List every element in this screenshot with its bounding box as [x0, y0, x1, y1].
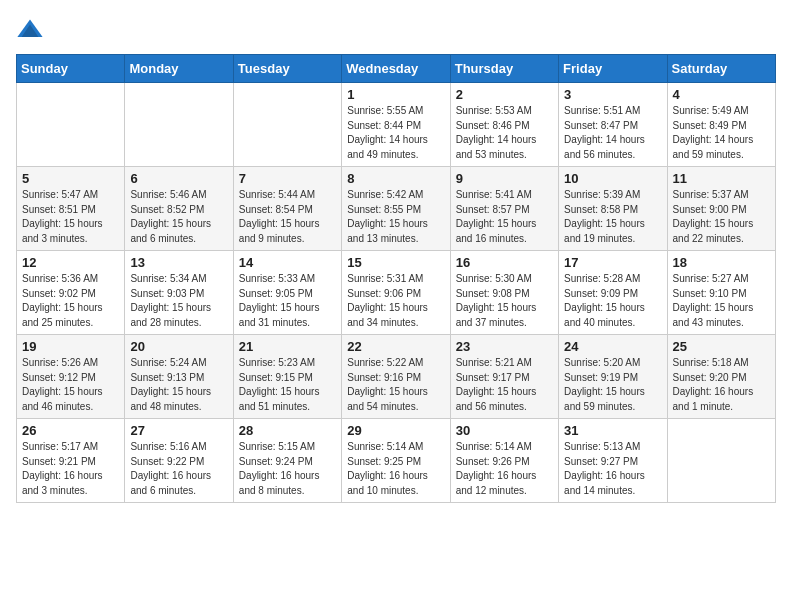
- day-number: 26: [22, 423, 119, 438]
- day-info: Sunrise: 5:24 AMSunset: 9:13 PMDaylight:…: [130, 356, 227, 414]
- day-info: Sunrise: 5:37 AMSunset: 9:00 PMDaylight:…: [673, 188, 770, 246]
- day-number: 18: [673, 255, 770, 270]
- day-info: Sunrise: 5:31 AMSunset: 9:06 PMDaylight:…: [347, 272, 444, 330]
- day-info: Sunrise: 5:46 AMSunset: 8:52 PMDaylight:…: [130, 188, 227, 246]
- day-number: 6: [130, 171, 227, 186]
- calendar-cell: 18Sunrise: 5:27 AMSunset: 9:10 PMDayligh…: [667, 251, 775, 335]
- day-number: 15: [347, 255, 444, 270]
- day-info: Sunrise: 5:17 AMSunset: 9:21 PMDaylight:…: [22, 440, 119, 498]
- day-info: Sunrise: 5:14 AMSunset: 9:26 PMDaylight:…: [456, 440, 553, 498]
- page-header: [16, 16, 776, 44]
- day-info: Sunrise: 5:14 AMSunset: 9:25 PMDaylight:…: [347, 440, 444, 498]
- day-info: Sunrise: 5:55 AMSunset: 8:44 PMDaylight:…: [347, 104, 444, 162]
- calendar-week-5: 26Sunrise: 5:17 AMSunset: 9:21 PMDayligh…: [17, 419, 776, 503]
- day-number: 4: [673, 87, 770, 102]
- day-number: 19: [22, 339, 119, 354]
- calendar-cell: 27Sunrise: 5:16 AMSunset: 9:22 PMDayligh…: [125, 419, 233, 503]
- logo-icon: [16, 16, 44, 44]
- day-info: Sunrise: 5:51 AMSunset: 8:47 PMDaylight:…: [564, 104, 661, 162]
- day-number: 2: [456, 87, 553, 102]
- calendar-week-3: 12Sunrise: 5:36 AMSunset: 9:02 PMDayligh…: [17, 251, 776, 335]
- calendar-cell: 31Sunrise: 5:13 AMSunset: 9:27 PMDayligh…: [559, 419, 667, 503]
- calendar-cell: [125, 83, 233, 167]
- calendar-cell: 1Sunrise: 5:55 AMSunset: 8:44 PMDaylight…: [342, 83, 450, 167]
- calendar-cell: 10Sunrise: 5:39 AMSunset: 8:58 PMDayligh…: [559, 167, 667, 251]
- calendar-cell: 19Sunrise: 5:26 AMSunset: 9:12 PMDayligh…: [17, 335, 125, 419]
- calendar-cell: 16Sunrise: 5:30 AMSunset: 9:08 PMDayligh…: [450, 251, 558, 335]
- calendar-cell: 29Sunrise: 5:14 AMSunset: 9:25 PMDayligh…: [342, 419, 450, 503]
- calendar-week-2: 5Sunrise: 5:47 AMSunset: 8:51 PMDaylight…: [17, 167, 776, 251]
- calendar-cell: [17, 83, 125, 167]
- day-info: Sunrise: 5:30 AMSunset: 9:08 PMDaylight:…: [456, 272, 553, 330]
- day-info: Sunrise: 5:34 AMSunset: 9:03 PMDaylight:…: [130, 272, 227, 330]
- calendar-cell: 24Sunrise: 5:20 AMSunset: 9:19 PMDayligh…: [559, 335, 667, 419]
- calendar-cell: 25Sunrise: 5:18 AMSunset: 9:20 PMDayligh…: [667, 335, 775, 419]
- day-number: 21: [239, 339, 336, 354]
- day-info: Sunrise: 5:42 AMSunset: 8:55 PMDaylight:…: [347, 188, 444, 246]
- day-number: 8: [347, 171, 444, 186]
- day-info: Sunrise: 5:13 AMSunset: 9:27 PMDaylight:…: [564, 440, 661, 498]
- calendar-week-1: 1Sunrise: 5:55 AMSunset: 8:44 PMDaylight…: [17, 83, 776, 167]
- day-number: 1: [347, 87, 444, 102]
- calendar-cell: 6Sunrise: 5:46 AMSunset: 8:52 PMDaylight…: [125, 167, 233, 251]
- calendar-cell: [667, 419, 775, 503]
- day-number: 14: [239, 255, 336, 270]
- calendar-header-thursday: Thursday: [450, 55, 558, 83]
- day-number: 20: [130, 339, 227, 354]
- day-number: 22: [347, 339, 444, 354]
- day-info: Sunrise: 5:18 AMSunset: 9:20 PMDaylight:…: [673, 356, 770, 414]
- day-info: Sunrise: 5:16 AMSunset: 9:22 PMDaylight:…: [130, 440, 227, 498]
- calendar-cell: 17Sunrise: 5:28 AMSunset: 9:09 PMDayligh…: [559, 251, 667, 335]
- calendar-header-monday: Monday: [125, 55, 233, 83]
- day-number: 23: [456, 339, 553, 354]
- calendar-header-row: SundayMondayTuesdayWednesdayThursdayFrid…: [17, 55, 776, 83]
- calendar-cell: 13Sunrise: 5:34 AMSunset: 9:03 PMDayligh…: [125, 251, 233, 335]
- calendar-cell: 11Sunrise: 5:37 AMSunset: 9:00 PMDayligh…: [667, 167, 775, 251]
- calendar-cell: 7Sunrise: 5:44 AMSunset: 8:54 PMDaylight…: [233, 167, 341, 251]
- calendar-header-sunday: Sunday: [17, 55, 125, 83]
- calendar-cell: 9Sunrise: 5:41 AMSunset: 8:57 PMDaylight…: [450, 167, 558, 251]
- calendar-header-saturday: Saturday: [667, 55, 775, 83]
- day-info: Sunrise: 5:41 AMSunset: 8:57 PMDaylight:…: [456, 188, 553, 246]
- day-number: 5: [22, 171, 119, 186]
- calendar-cell: 22Sunrise: 5:22 AMSunset: 9:16 PMDayligh…: [342, 335, 450, 419]
- day-info: Sunrise: 5:49 AMSunset: 8:49 PMDaylight:…: [673, 104, 770, 162]
- calendar-cell: 2Sunrise: 5:53 AMSunset: 8:46 PMDaylight…: [450, 83, 558, 167]
- calendar-cell: 5Sunrise: 5:47 AMSunset: 8:51 PMDaylight…: [17, 167, 125, 251]
- calendar-cell: 15Sunrise: 5:31 AMSunset: 9:06 PMDayligh…: [342, 251, 450, 335]
- day-number: 24: [564, 339, 661, 354]
- day-number: 7: [239, 171, 336, 186]
- day-info: Sunrise: 5:20 AMSunset: 9:19 PMDaylight:…: [564, 356, 661, 414]
- day-info: Sunrise: 5:39 AMSunset: 8:58 PMDaylight:…: [564, 188, 661, 246]
- day-info: Sunrise: 5:26 AMSunset: 9:12 PMDaylight:…: [22, 356, 119, 414]
- day-number: 28: [239, 423, 336, 438]
- calendar-table: SundayMondayTuesdayWednesdayThursdayFrid…: [16, 54, 776, 503]
- day-info: Sunrise: 5:53 AMSunset: 8:46 PMDaylight:…: [456, 104, 553, 162]
- calendar-header-friday: Friday: [559, 55, 667, 83]
- day-number: 3: [564, 87, 661, 102]
- day-number: 13: [130, 255, 227, 270]
- day-number: 25: [673, 339, 770, 354]
- calendar-cell: 4Sunrise: 5:49 AMSunset: 8:49 PMDaylight…: [667, 83, 775, 167]
- day-info: Sunrise: 5:21 AMSunset: 9:17 PMDaylight:…: [456, 356, 553, 414]
- day-number: 16: [456, 255, 553, 270]
- calendar-cell: 26Sunrise: 5:17 AMSunset: 9:21 PMDayligh…: [17, 419, 125, 503]
- calendar-cell: 21Sunrise: 5:23 AMSunset: 9:15 PMDayligh…: [233, 335, 341, 419]
- calendar-cell: 23Sunrise: 5:21 AMSunset: 9:17 PMDayligh…: [450, 335, 558, 419]
- day-number: 27: [130, 423, 227, 438]
- day-number: 31: [564, 423, 661, 438]
- calendar-header-tuesday: Tuesday: [233, 55, 341, 83]
- day-info: Sunrise: 5:15 AMSunset: 9:24 PMDaylight:…: [239, 440, 336, 498]
- calendar-cell: 3Sunrise: 5:51 AMSunset: 8:47 PMDaylight…: [559, 83, 667, 167]
- day-info: Sunrise: 5:23 AMSunset: 9:15 PMDaylight:…: [239, 356, 336, 414]
- calendar-week-4: 19Sunrise: 5:26 AMSunset: 9:12 PMDayligh…: [17, 335, 776, 419]
- day-info: Sunrise: 5:44 AMSunset: 8:54 PMDaylight:…: [239, 188, 336, 246]
- calendar-cell: [233, 83, 341, 167]
- day-number: 9: [456, 171, 553, 186]
- day-info: Sunrise: 5:36 AMSunset: 9:02 PMDaylight:…: [22, 272, 119, 330]
- day-number: 30: [456, 423, 553, 438]
- calendar-cell: 20Sunrise: 5:24 AMSunset: 9:13 PMDayligh…: [125, 335, 233, 419]
- calendar-cell: 28Sunrise: 5:15 AMSunset: 9:24 PMDayligh…: [233, 419, 341, 503]
- day-info: Sunrise: 5:33 AMSunset: 9:05 PMDaylight:…: [239, 272, 336, 330]
- day-info: Sunrise: 5:47 AMSunset: 8:51 PMDaylight:…: [22, 188, 119, 246]
